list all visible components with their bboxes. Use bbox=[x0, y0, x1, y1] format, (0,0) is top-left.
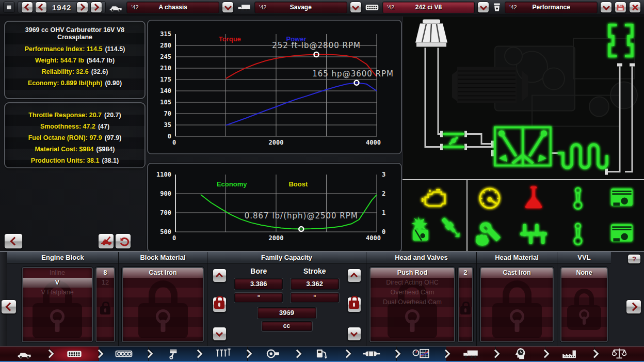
trim-dropdown-button[interactable] bbox=[600, 2, 612, 13]
tab-balance[interactable] bbox=[595, 347, 644, 361]
knock-icon bbox=[407, 214, 437, 243]
apply-to-car-button[interactable] bbox=[98, 233, 114, 249]
back-button[interactable] bbox=[4, 233, 23, 249]
tab-engine-block[interactable] bbox=[50, 347, 99, 361]
svg-text:4000: 4000 bbox=[366, 139, 381, 146]
tab-testing[interactable] bbox=[397, 347, 446, 361]
option-v-flatplane[interactable]: V Flatplane bbox=[23, 288, 92, 297]
stroke-value-field[interactable]: 3.362 bbox=[291, 278, 339, 290]
help-button[interactable]: ? bbox=[627, 254, 641, 264]
option-v[interactable]: V bbox=[23, 278, 92, 288]
stat-production-units: Production Units: 38.1(38.1) bbox=[7, 155, 142, 166]
engine-block-icon bbox=[66, 349, 83, 359]
stroke-decrease-button[interactable] bbox=[347, 327, 361, 341]
capacity-value-field[interactable]: 3969 bbox=[257, 307, 316, 319]
save-button[interactable] bbox=[615, 2, 626, 13]
bore-label: Bore bbox=[250, 267, 267, 275]
section-family-capacity: Family Capacity Bore 3.386 " bbox=[207, 252, 366, 346]
svg-text:280: 280 bbox=[160, 42, 171, 49]
tab-car-transport[interactable] bbox=[446, 347, 495, 361]
torque-power-chart: 03570105140175210245280315020004000Torqu… bbox=[148, 21, 399, 151]
option-inline[interactable]: Inline bbox=[23, 268, 92, 278]
engine-dropdown-button[interactable] bbox=[477, 2, 489, 13]
option-12-cylinders[interactable]: 12 bbox=[96, 278, 114, 288]
nav-separator bbox=[541, 347, 549, 361]
tab-car[interactable] bbox=[0, 347, 49, 361]
svg-text:0: 0 bbox=[172, 234, 176, 242]
model-selector-field[interactable]: '42 Savage bbox=[254, 2, 347, 13]
stroke-unit-field[interactable]: " bbox=[291, 293, 339, 303]
bore-unit-field[interactable]: " bbox=[234, 293, 283, 303]
tab-aspiration[interactable] bbox=[248, 347, 297, 361]
tab-factory[interactable] bbox=[545, 347, 594, 361]
valve-count-list[interactable]: 2 bbox=[458, 267, 473, 342]
option-dual-overhead-cam[interactable]: Dual Overhead Cam bbox=[371, 297, 454, 307]
model-dropdown-button[interactable] bbox=[350, 2, 362, 13]
year-increment-button[interactable] bbox=[76, 2, 88, 13]
engine-selector-field[interactable]: '42 242 ci V8 bbox=[382, 2, 475, 13]
block-material-list[interactable]: Cast Iron bbox=[122, 267, 204, 342]
svg-text:Boost: Boost bbox=[288, 180, 308, 188]
head-material-list[interactable]: Cast Iron bbox=[480, 267, 554, 342]
calendar-icon bbox=[7, 3, 11, 11]
svg-text:500: 500 bbox=[160, 228, 171, 235]
head-valves-list[interactable]: Push Rod Direct Acting OHC Overhead Cam … bbox=[369, 267, 455, 342]
engine-block-list[interactable]: Inline V V Flatplane bbox=[22, 267, 93, 342]
svg-text:4000: 4000 bbox=[366, 234, 381, 242]
panel-page-right-button[interactable] bbox=[626, 300, 641, 314]
year-decrement-fast-button[interactable] bbox=[21, 2, 33, 13]
bore-stroke-controls: Bore 3.386 " Stroke 3.362 " 3969 cc bbox=[231, 267, 343, 342]
svg-text:2000: 2000 bbox=[269, 139, 284, 146]
bore-decrease-button[interactable] bbox=[213, 327, 227, 341]
vvl-list[interactable]: None bbox=[560, 267, 608, 342]
capacity-unit-field[interactable]: cc bbox=[262, 321, 312, 331]
intercooler-silhouette bbox=[452, 67, 528, 103]
bore-value-field[interactable]: 3.386 bbox=[234, 278, 283, 290]
bottom-left-gutter bbox=[0, 252, 7, 346]
chassis-year: '42 bbox=[131, 4, 138, 10]
bore-increase-button[interactable] bbox=[213, 269, 227, 282]
option-push-rod[interactable]: Push Rod bbox=[371, 268, 454, 278]
tab-fuel-system[interactable] bbox=[297, 347, 346, 361]
option-cast-iron[interactable]: Cast Iron bbox=[481, 268, 553, 278]
close-button[interactable] bbox=[629, 2, 641, 13]
head-gasket-icon bbox=[115, 349, 133, 359]
panel-page-left-button[interactable] bbox=[1, 300, 17, 314]
year-increment-fast-button[interactable] bbox=[90, 2, 102, 13]
svg-text:140: 140 bbox=[160, 87, 171, 95]
chassis-dropdown-button[interactable] bbox=[222, 2, 234, 13]
year-decrement-button[interactable] bbox=[35, 2, 47, 13]
spark-plug-icon bbox=[437, 213, 466, 243]
trim-selector-field[interactable]: '42 Performance bbox=[505, 2, 598, 13]
tab-design-time[interactable] bbox=[496, 347, 545, 361]
option-cast-iron[interactable]: Cast Iron bbox=[123, 268, 203, 278]
stroke-increase-button[interactable] bbox=[347, 269, 361, 282]
truck-icon bbox=[236, 3, 252, 12]
tab-bottom-end[interactable] bbox=[149, 347, 198, 361]
option-direct-acting-ohc[interactable]: Direct Acting OHC bbox=[371, 278, 454, 288]
lock-icon bbox=[138, 280, 188, 338]
chassis-selector-field[interactable]: '42 A chassis bbox=[126, 2, 219, 13]
option-2-valves[interactable]: 2 bbox=[459, 268, 472, 278]
tab-head-gasket[interactable] bbox=[99, 347, 148, 361]
crankshaft-icon bbox=[518, 219, 549, 248]
nav-separator bbox=[45, 347, 53, 361]
lock-icon bbox=[100, 306, 110, 314]
tab-top-end[interactable] bbox=[198, 347, 247, 361]
bore-lock-button[interactable] bbox=[213, 297, 227, 312]
exhaust-icon bbox=[362, 349, 381, 359]
calendar-button[interactable] bbox=[3, 2, 15, 13]
undo-button[interactable] bbox=[115, 233, 131, 249]
tab-exhaust[interactable] bbox=[347, 347, 396, 361]
chevron-down-icon bbox=[480, 3, 487, 10]
dyno-icon bbox=[412, 348, 430, 359]
option-none[interactable]: None bbox=[561, 268, 607, 278]
piston-icon bbox=[607, 184, 637, 213]
nav-separator bbox=[442, 347, 450, 361]
option-overhead-cam[interactable]: Overhead Cam bbox=[371, 288, 454, 297]
stroke-lock-button[interactable] bbox=[347, 297, 361, 312]
option-8-cylinders[interactable]: 8 bbox=[96, 268, 114, 278]
cylinder-count-list[interactable]: 8 12 bbox=[95, 267, 115, 342]
stat-performance-index: Performance Index: 114.5(114.5) bbox=[7, 43, 142, 55]
svg-text:105: 105 bbox=[160, 99, 171, 106]
